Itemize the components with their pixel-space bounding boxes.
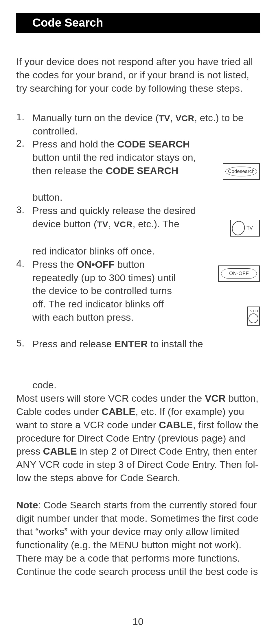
vcr-label: VCR bbox=[176, 113, 194, 123]
page-number: 10 bbox=[0, 616, 276, 627]
text-fragment: Press and hold the bbox=[32, 139, 117, 150]
text-continuation: red indicator blinks off once. bbox=[32, 245, 205, 258]
step-text: Press and release ENTER to install the c… bbox=[32, 337, 219, 392]
note-paragraph: Note: Code Search starts from the curren… bbox=[16, 499, 260, 578]
on-off-label: ON•OFF bbox=[77, 259, 115, 270]
step-number: 3. bbox=[16, 204, 24, 215]
step-text: Press the ON•OFF button repeatedly (up t… bbox=[32, 258, 179, 324]
text-fragment: , bbox=[108, 218, 114, 229]
step-number: 4. bbox=[16, 258, 24, 269]
note-label: Note bbox=[16, 499, 38, 510]
step-text: Manually turn on the device (TV, VCR, et… bbox=[32, 111, 260, 138]
text-fragment: Most users will store VCR codes under th… bbox=[16, 393, 205, 404]
step-number: 2. bbox=[16, 138, 24, 149]
text-fragment: , bbox=[170, 112, 176, 123]
vcr-label: VCR bbox=[205, 393, 226, 404]
text-fragment: Press and release bbox=[32, 338, 115, 349]
step-text: Press and quickly release the desired de… bbox=[32, 204, 205, 258]
text-continuation: button. bbox=[32, 191, 205, 204]
manual-page: Code Search If your device does not resp… bbox=[0, 0, 276, 644]
usage-paragraph: Most users will store VCR codes under th… bbox=[16, 392, 260, 485]
step-2: 2. Press and hold the CODE SEARCH button… bbox=[16, 138, 260, 204]
intro-paragraph: If your device does not respond after yo… bbox=[16, 55, 260, 95]
cable-label: CABLE bbox=[43, 446, 77, 457]
text-fragment: Manually turn on the device ( bbox=[32, 112, 159, 123]
code-search-label: CODE SEARCH bbox=[117, 139, 190, 150]
step-number: 5. bbox=[16, 337, 24, 349]
vcr-label: VCR bbox=[114, 219, 133, 229]
text-fragment: to install the bbox=[148, 338, 203, 349]
code-search-label: CODE SEARCH bbox=[106, 165, 178, 176]
step-3: 3. Press and quickly release the desired… bbox=[16, 204, 260, 258]
section-title: Code Search bbox=[16, 13, 260, 33]
text-fragment: , etc.). The bbox=[133, 218, 179, 229]
steps-list: 1. Manually turn on the device (TV, VCR,… bbox=[16, 111, 260, 392]
step-4: 4. Press the ON•OFF button repeatedly (u… bbox=[16, 258, 260, 324]
cable-label: CABLE bbox=[159, 419, 193, 430]
note-text: : Code Search starts from the currently … bbox=[16, 499, 258, 577]
tv-label: TV bbox=[97, 219, 108, 229]
step-number: 1. bbox=[16, 111, 24, 123]
enter-label: ENTER bbox=[115, 338, 148, 349]
step-1: 1. Manually turn on the device (TV, VCR,… bbox=[16, 111, 260, 138]
cable-label: CABLE bbox=[102, 406, 135, 417]
tv-label: TV bbox=[159, 113, 170, 123]
step-5: 5. Press and release ENTER to install th… bbox=[16, 337, 260, 392]
text-fragment: Press the bbox=[32, 259, 77, 270]
step-text: Press and hold the CODE SEARCH button un… bbox=[32, 138, 205, 204]
text-continuation: code. bbox=[32, 379, 219, 392]
